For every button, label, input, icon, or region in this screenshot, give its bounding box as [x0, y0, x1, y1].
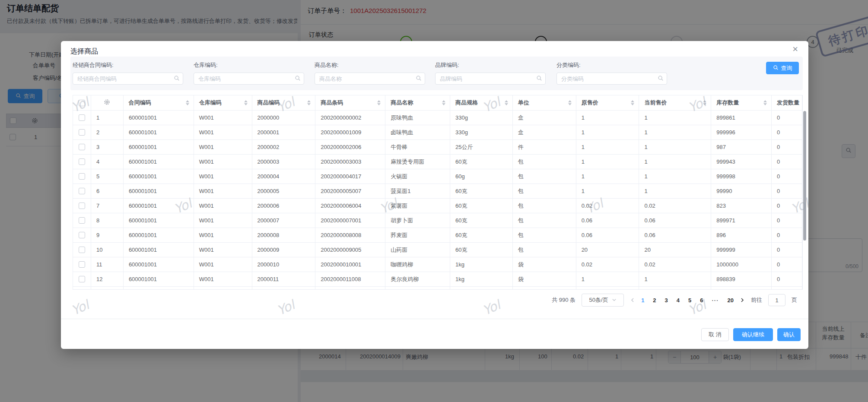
cell: 包: [513, 184, 576, 198]
cell: 盒: [513, 125, 576, 139]
sort-caret-icon[interactable]: [703, 100, 706, 105]
column-header-11[interactable]: 发货数量: [772, 95, 802, 110]
page-number-1[interactable]: 1: [641, 297, 644, 304]
field-input[interactable]: [315, 73, 425, 85]
sort-caret-icon[interactable]: [505, 100, 508, 105]
confirm-continue-button[interactable]: 确认继续: [733, 328, 773, 341]
sort-caret-icon[interactable]: [568, 100, 572, 105]
modal-query-button[interactable]: 查询: [766, 62, 799, 74]
cell: 1: [639, 287, 711, 289]
next-page-button[interactable]: [740, 298, 745, 303]
cell: 2002000003003: [315, 155, 385, 169]
cell: 13: [91, 287, 124, 289]
field-input[interactable]: [556, 73, 667, 85]
field-input[interactable]: [73, 73, 183, 85]
sort-caret-icon[interactable]: [763, 100, 767, 105]
sort-caret-icon[interactable]: [186, 100, 189, 105]
cell: 0: [772, 287, 802, 289]
page-ellipsis: ···: [712, 297, 719, 304]
page-number-2[interactable]: 2: [653, 297, 656, 304]
cell: 600001001: [124, 243, 194, 257]
row-checkbox[interactable]: [79, 217, 85, 224]
sort-caret-icon[interactable]: [377, 100, 381, 105]
cell: 0: [772, 213, 802, 228]
sort-caret-icon[interactable]: [307, 100, 311, 105]
select-all-checkbox[interactable]: [79, 100, 85, 106]
cell: 60克: [450, 213, 513, 228]
cell: 330g: [450, 111, 513, 125]
cell: 7: [91, 199, 124, 213]
field-input[interactable]: [194, 73, 304, 85]
page-number-20[interactable]: 20: [728, 297, 734, 304]
field-input[interactable]: [435, 73, 546, 85]
search-field-4: 品牌编码:: [435, 61, 546, 85]
column-header-5[interactable]: 商品名称: [385, 95, 450, 110]
column-header-3[interactable]: 商品编码: [252, 95, 316, 110]
confirm-button[interactable]: 确认: [777, 328, 801, 341]
cell: 袋: [513, 272, 576, 286]
row-checkbox[interactable]: [79, 261, 85, 268]
product-table: 合同编码仓库编码商品编码商品条码商品名称商品规格单位原售价当前售价库存数量发货数…: [73, 95, 803, 290]
sort-caret-icon[interactable]: [631, 100, 634, 105]
page-number-6[interactable]: 6: [700, 297, 703, 304]
column-header-8[interactable]: 原售价: [576, 95, 639, 110]
row-checkbox[interactable]: [79, 232, 85, 238]
column-header-10[interactable]: 库存数量: [711, 95, 772, 110]
cell: 2002000006004: [315, 199, 385, 213]
column-header-1[interactable]: 合同编码: [124, 95, 194, 110]
cell: 2002000002006: [315, 140, 385, 154]
sort-caret-icon[interactable]: [442, 100, 445, 105]
cell: 盒: [513, 111, 576, 125]
search-icon: [536, 75, 542, 83]
row-checkbox[interactable]: [79, 203, 85, 209]
cell: 2000005: [252, 184, 316, 198]
column-header-4[interactable]: 商品条码: [315, 95, 385, 110]
cell: 2002000005007: [315, 184, 385, 198]
cell: 2002000010001: [315, 257, 385, 272]
row-checkbox[interactable]: [79, 173, 85, 180]
cell: 1kg: [450, 257, 513, 272]
column-header-label: 原售价: [582, 99, 598, 107]
page-number-3[interactable]: 3: [665, 297, 668, 304]
page-number-4[interactable]: 4: [677, 297, 680, 304]
table-row: 1600001001W00120000002002000000002原味鸭血33…: [73, 111, 802, 125]
cell: 0: [772, 257, 802, 272]
row-checkbox[interactable]: [79, 158, 85, 165]
row-checkbox[interactable]: [79, 276, 85, 282]
cell: 2002000011008: [315, 272, 385, 286]
column-header-2[interactable]: 仓库编码: [194, 95, 252, 110]
cancel-button[interactable]: 取 消: [701, 328, 729, 341]
search-icon: [416, 75, 422, 83]
gear-icon[interactable]: [104, 99, 110, 107]
cell: 60克: [450, 228, 513, 242]
vertical-scrollbar[interactable]: [803, 111, 806, 241]
row-checkbox[interactable]: [79, 144, 85, 150]
cell: 1: [576, 272, 639, 286]
cell: 2002000000002: [315, 111, 385, 125]
row-checkbox[interactable]: [79, 188, 85, 194]
column-header-7[interactable]: 单位: [513, 95, 576, 110]
field-input-wrap: [556, 73, 667, 85]
page-number-5[interactable]: 5: [688, 297, 691, 304]
page-size-select[interactable]: 50条/页: [582, 294, 624, 307]
cell: 20: [639, 243, 711, 257]
row-checkbox[interactable]: [79, 247, 85, 253]
cell: 麻辣烫专用面: [385, 155, 450, 169]
prev-page-button[interactable]: [630, 298, 635, 303]
column-header-9[interactable]: 当前售价: [639, 95, 711, 110]
sort-caret-icon[interactable]: [244, 100, 248, 105]
cell: 330g: [450, 125, 513, 139]
row-checkbox[interactable]: [79, 129, 85, 136]
goto-page-input[interactable]: [768, 294, 785, 306]
cell: 2000007: [252, 213, 316, 228]
cell: 1: [639, 125, 711, 139]
cell: 包: [513, 243, 576, 257]
product-table-header: 合同编码仓库编码商品编码商品条码商品名称商品规格单位原售价当前售价库存数量发货数…: [73, 95, 802, 111]
cell: 紫薯面: [385, 199, 450, 213]
cell: 2000012: [252, 287, 316, 289]
column-header-6[interactable]: 商品规格: [450, 95, 513, 110]
row-checkbox[interactable]: [79, 114, 85, 121]
cell: 荞麦面: [385, 228, 450, 242]
cell: 1kg: [450, 272, 513, 286]
cell: 899861: [711, 111, 772, 125]
